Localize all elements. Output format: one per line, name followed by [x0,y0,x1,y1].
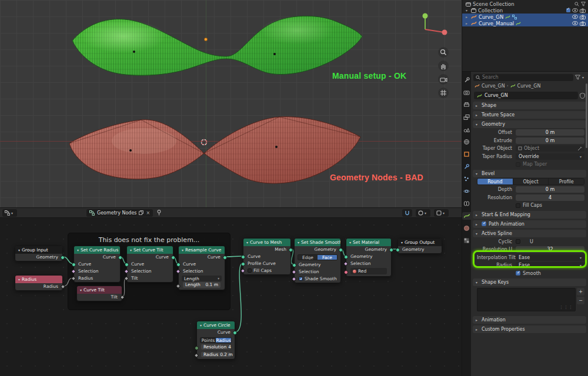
bevel-resolution-field[interactable]: 4 [516,194,584,201]
node-group-input[interactable]: ▾Group Input Geometry [15,246,63,261]
collection-checkbox[interactable] [566,8,570,12]
node-set-material[interactable]: ▾Set Material Geometry Geometry Selectio… [346,238,392,277]
radius-field[interactable]: Radius0.2 m [201,352,230,357]
unlink-x-icon[interactable]: × [146,210,150,216]
collapse-chevron-icon[interactable]: ▾ [77,248,79,252]
eye-icon[interactable] [572,21,578,25]
fake-user-shield-icon[interactable] [580,93,585,99]
datablock-name-field[interactable]: Curve_GN [474,92,578,99]
node-radius-input[interactable]: ▾Radius Radius [15,275,63,291]
eye-icon[interactable] [572,15,578,19]
collapse-chevron-icon[interactable]: ▾ [349,240,351,244]
snap-magnet-button[interactable] [402,209,412,217]
panel-active-spline[interactable]: ▾Active Spline [473,230,586,237]
eye-icon[interactable] [572,8,578,12]
collapse-chevron-icon[interactable]: ▾ [246,240,248,244]
socket-curve-in[interactable] [241,255,245,259]
fill-caps-checkbox[interactable] [516,203,520,208]
tab-physics[interactable] [462,187,472,195]
resolution-u-field[interactable]: 32 [516,246,584,253]
mode-radius-button[interactable]: Radius [216,338,231,343]
editor-type-button[interactable]: ▾ [2,209,17,217]
node-curve-to-mesh[interactable]: ▾Curve to Mesh Mesh Curve Profile Curve … [243,238,291,275]
collapse-chevron-icon[interactable]: ▾ [200,323,202,327]
properties-editor[interactable]: ▾ Curve_GN › Curve_GN Curve_GN ▸Shape ▸T… [471,72,588,376]
remove-shape-key-button[interactable]: − [577,297,584,304]
socket-curve-out[interactable] [171,256,175,260]
cyclic-checkbox[interactable] [516,239,520,244]
panel-path-animation[interactable]: ▸Path Animation [473,220,586,228]
domain-edge-button[interactable]: Edge [298,255,318,260]
node-resample-curve[interactable]: ▾Resample Curve Curve Curve Selection Le… [178,246,225,290]
smooth-checkbox[interactable] [516,271,520,276]
outliner-row-curve-gn[interactable]: ▸ Curve_GN [462,14,588,20]
search-icon[interactable] [574,2,579,6]
outliner[interactable]: Scene Collection ▾ Collection ▸ Curve_GN… [462,0,588,72]
filter-icon[interactable] [581,2,586,6]
collapse-chevron-icon[interactable]: ▾ [401,240,403,244]
breadcrumb-object[interactable]: Curve_GN [482,83,505,89]
socket-curve-out[interactable] [233,331,237,335]
3d-viewport[interactable]: Manual setup - OK Geometry Nodes - BAD [0,0,462,207]
collapse-chevron-icon[interactable]: ▾ [18,277,20,281]
node-set-curve-radius[interactable]: ▾Set Curve Radius Curve Curve Selection … [74,246,121,283]
material-selector[interactable]: Red [350,268,387,274]
tab-object-data[interactable] [462,212,472,220]
shading-button[interactable]: ▾ [434,209,449,217]
node-tree-selector[interactable]: Geometry Nodes × [86,209,153,217]
interpolation-radius-dropdown[interactable]: Ease▾ [516,262,584,268]
socket-curve-out[interactable] [118,256,122,260]
node-group-output[interactable]: ▾Group Output Geometry [397,238,442,254]
length-value-field[interactable]: Length0.1 m [183,282,220,288]
panel-geometry[interactable]: ▾Geometry [473,120,586,128]
resize-grip[interactable]: ⋮⋮⋮ [559,305,573,310]
tab-tool[interactable] [462,76,472,84]
properties-scrollbar[interactable] [586,83,587,148]
navigation-gizmo[interactable] [413,12,449,38]
socket-profile-curve-in[interactable] [241,262,245,266]
node-set-curve-tilt[interactable]: ▾Set Curve Tilt Curve Curve Selection Ti… [126,246,173,283]
map-taper-checkbox[interactable] [516,162,520,167]
disclosure-chevron-icon[interactable]: ▾ [466,8,469,12]
socket-resolution-in[interactable] [195,346,199,350]
tab-output[interactable] [462,101,472,109]
taper-radius-dropdown[interactable]: Override▾ [516,153,584,160]
socket-material-in[interactable] [344,270,348,274]
tab-modifiers[interactable] [462,163,472,170]
tab-render[interactable] [462,89,472,96]
panel-custom-properties[interactable]: ▸Custom Properties [473,325,586,333]
node-set-shade-smooth[interactable]: ▾Set Shade Smooth Geometry Edge Face Geo… [294,238,341,283]
breadcrumb-data[interactable]: Curve_GN [517,83,541,89]
collapse-chevron-icon[interactable]: ▾ [80,288,82,292]
node-editor[interactable]: This does not fix the problem... ▾Group … [0,218,462,376]
copy-icon[interactable] [139,210,143,215]
socket-geometry-out[interactable] [339,248,343,252]
taper-object-field[interactable]: Object [516,145,584,152]
mode-dropdown[interactable]: Length▾ [182,276,222,281]
node-curve-tilt[interactable]: ▾Curve Tilt Tilt [76,286,122,301]
bevel-object-button[interactable]: Object [513,179,549,184]
tab-material[interactable] [462,224,472,232]
resolution-field[interactable]: Resolution4 [201,344,230,350]
collapse-chevron-icon[interactable]: ▾ [298,240,299,244]
socket-curve-in[interactable] [125,263,129,267]
search-box[interactable] [473,74,573,81]
pin-icon[interactable] [156,210,162,216]
shape-keys-list[interactable]: ⋮⋮⋮ [477,288,576,311]
collapse-chevron-icon[interactable]: ▾ [182,248,183,252]
ortho-grid-icon[interactable] [438,88,449,98]
search-input[interactable] [482,75,571,80]
socket-curve-out[interactable] [223,256,227,260]
socket-curve-in[interactable] [176,263,181,267]
panel-shape-keys[interactable]: ▾Shape Keys [473,278,586,286]
tab-particles[interactable] [462,175,472,183]
collapse-chevron-icon[interactable]: ▾ [130,248,132,252]
panel-start-end-mapping[interactable]: ▸Start & End Mapping [473,211,586,219]
panel-bevel[interactable]: ▾Bevel [473,170,586,177]
socket-geometry-in[interactable] [344,255,348,259]
filter-icon[interactable] [575,75,580,80]
zoom-icon[interactable] [438,47,449,58]
offset-field[interactable]: 0 m [516,129,584,136]
mode-points-button[interactable]: Points [201,338,216,343]
shade-smooth-checkbox[interactable] [299,277,303,281]
